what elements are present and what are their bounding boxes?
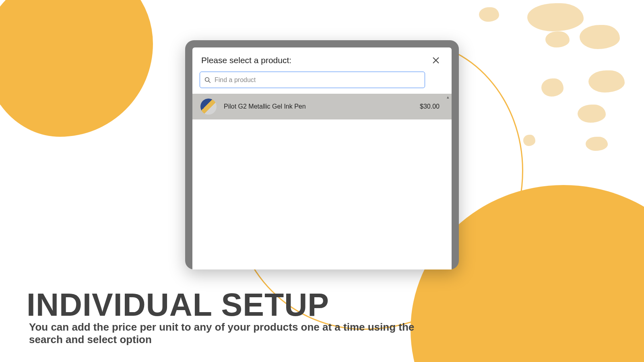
page-subline: You can add the price per unit to any of… <box>29 321 415 346</box>
search-box[interactable] <box>200 72 425 88</box>
page-headline: INDIVIDUAL SETUP <box>27 286 329 323</box>
modal-header: Please select a product: <box>192 47 452 70</box>
decor-spot <box>541 78 564 97</box>
close-icon <box>431 56 440 65</box>
search-container <box>192 70 452 94</box>
product-select-modal: Please select a product: ▴ Pilot <box>185 40 459 269</box>
product-name: Pilot G2 Metallic Gel Ink Pen <box>224 103 420 110</box>
decor-spot <box>523 135 535 146</box>
decor-spot <box>586 137 608 151</box>
search-input[interactable] <box>215 76 421 84</box>
modal-title: Please select a product: <box>201 56 291 65</box>
svg-point-2 <box>205 77 209 81</box>
decor-spot <box>580 25 620 49</box>
scroll-up-arrow-icon[interactable]: ▴ <box>447 95 449 100</box>
product-list: ▴ Pilot G2 Metallic Gel Ink Pen $30.00 <box>192 94 452 269</box>
decor-spot <box>578 105 606 123</box>
modal-content: Please select a product: ▴ Pilot <box>192 47 452 269</box>
decor-spot <box>479 7 499 22</box>
decor-blob-top-left <box>0 0 153 137</box>
svg-line-3 <box>208 81 211 83</box>
close-button[interactable] <box>431 56 440 65</box>
decor-spot <box>545 31 570 47</box>
product-price: $30.00 <box>420 103 440 110</box>
decor-spot <box>588 70 625 93</box>
product-thumbnail <box>200 99 217 115</box>
search-icon <box>204 76 211 84</box>
decor-spot <box>527 3 584 31</box>
product-row[interactable]: Pilot G2 Metallic Gel Ink Pen $30.00 <box>192 94 452 119</box>
